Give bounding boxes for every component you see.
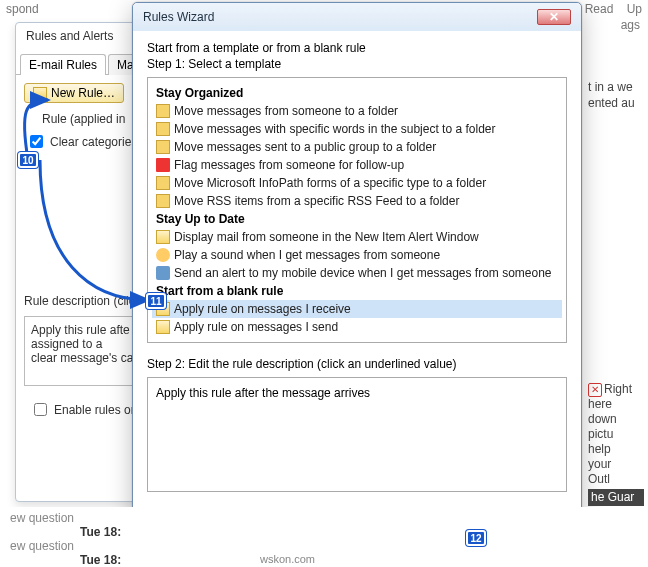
template-apply-send[interactable]: Apply rule on messages I send xyxy=(152,318,562,336)
clear-categories-label: Clear categories xyxy=(50,135,137,149)
category-blank-rule: Start from a blank rule xyxy=(152,282,562,300)
mail-item[interactable]: ew question xyxy=(10,539,638,553)
ribbon-left: spond xyxy=(6,2,39,18)
wizard-intro: Start from a template or from a blank ru… xyxy=(147,41,567,55)
close-icon: ✕ xyxy=(549,10,559,24)
category-stay-organized: Stay Organized xyxy=(152,84,562,102)
new-rule-button[interactable]: New Rule… xyxy=(24,83,124,103)
close-button[interactable]: ✕ xyxy=(537,9,571,25)
delete-icon[interactable]: ✕ xyxy=(588,383,602,397)
move-icon xyxy=(156,194,170,208)
background-mail-list: ew question Tue 18: ew question Tue 18: … xyxy=(0,507,648,567)
step2-description-box[interactable]: Apply this rule after the message arrive… xyxy=(147,377,567,492)
move-icon xyxy=(156,140,170,154)
phone-icon xyxy=(156,266,170,280)
template-move-rss[interactable]: Move RSS items from a specific RSS Feed … xyxy=(152,192,562,210)
right-panel-text: ✕RightRight heredownpictuhelpyourOutl he… xyxy=(588,382,644,506)
template-new-item-alert[interactable]: Display mail from someone in the New Ite… xyxy=(152,228,562,246)
sound-icon xyxy=(156,248,170,262)
wizard-step1-label: Step 1: Select a template xyxy=(147,57,567,71)
step2-text: Apply this rule after the message arrive… xyxy=(156,386,370,400)
clear-categories-checkbox[interactable] xyxy=(30,135,43,148)
annotation-10: 10 xyxy=(18,152,38,168)
ribbon-ags: ags xyxy=(621,18,640,32)
wizard-titlebar[interactable]: Rules Wizard ✕ xyxy=(133,3,581,31)
enable-rules-checkbox[interactable] xyxy=(34,403,47,416)
ribbon-read: Read xyxy=(585,2,614,16)
template-mobile-alert[interactable]: Send an alert to my mobile device when I… xyxy=(152,264,562,282)
template-move-words-subject[interactable]: Move messages with specific words in the… xyxy=(152,120,562,138)
annotation-12: 12 xyxy=(466,530,486,546)
template-move-from-someone[interactable]: Move messages from someone to a folder xyxy=(152,102,562,120)
watermark-url: wskon.com xyxy=(260,553,315,565)
template-move-public-group[interactable]: Move messages sent to a public group to … xyxy=(152,138,562,156)
mail-item[interactable]: ew question xyxy=(10,511,638,525)
move-icon xyxy=(156,176,170,190)
template-play-sound[interactable]: Play a sound when I get messages from so… xyxy=(152,246,562,264)
mail-time: Tue 18: xyxy=(80,525,638,539)
mail-time: Tue 18: xyxy=(80,553,638,567)
move-icon xyxy=(156,104,170,118)
right-cutoff-text: t in a we ented au xyxy=(588,80,648,111)
template-flag-followup[interactable]: Flag messages from someone for follow-up xyxy=(152,156,562,174)
template-list[interactable]: Stay Organized Move messages from someon… xyxy=(147,77,567,343)
envelope-icon xyxy=(33,87,47,99)
category-stay-up-to-date: Stay Up to Date xyxy=(152,210,562,228)
enable-rules-checkbox-row[interactable]: Enable rules on a xyxy=(30,400,147,419)
wizard-title: Rules Wizard xyxy=(143,10,214,24)
annotation-11: 11 xyxy=(146,293,166,309)
rules-wizard-dialog: Rules Wizard ✕ Start from a template or … xyxy=(132,2,582,547)
envelope-out-icon xyxy=(156,320,170,334)
template-apply-receive[interactable]: Apply rule on messages I receive xyxy=(152,300,562,318)
source-badge: he Guar xyxy=(588,489,644,506)
ribbon-up: Up xyxy=(627,2,642,16)
tab-email-rules[interactable]: E-mail Rules xyxy=(20,54,106,75)
flag-icon xyxy=(156,158,170,172)
alert-icon xyxy=(156,230,170,244)
move-icon xyxy=(156,122,170,136)
new-rule-label: New Rule… xyxy=(51,86,115,100)
wizard-step2-label: Step 2: Edit the rule description (click… xyxy=(147,357,567,371)
template-move-infopath[interactable]: Move Microsoft InfoPath forms of a speci… xyxy=(152,174,562,192)
